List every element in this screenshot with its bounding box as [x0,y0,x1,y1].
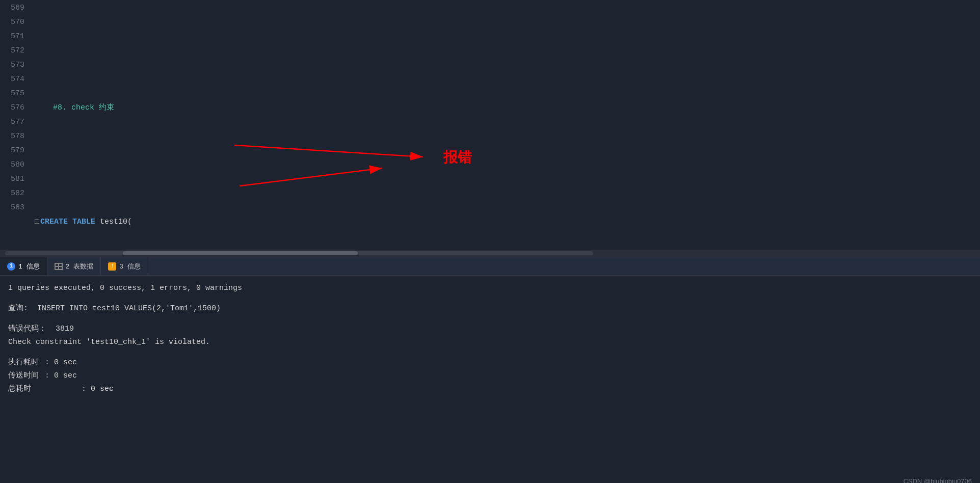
output-line3: 查询: INSERT INTO test10 VALUES(2,'Tom1',1… [8,302,972,315]
code-content[interactable]: #8. check 约束 □CREATE TABLE test10( id IN… [31,0,980,250]
tab-2-label: 2 表数据 [66,262,94,271]
collapse-icon: □ [35,215,39,229]
output-content: 1 queries executed, 0 success, 1 errors,… [0,276,980,402]
horizontal-scrollbar[interactable] [0,250,980,257]
tab-1-info[interactable]: i 1 信息 [0,257,47,275]
output-line6: Check constraint 'test10_chk_1' is viola… [8,336,972,349]
baocuo-label: 报错 [443,148,472,167]
scrollbar-thumb[interactable] [123,251,358,255]
tab-3-info[interactable]: ! 3 信息 [101,257,148,275]
output-line8: 执行耗时 : 0 sec [8,356,972,369]
line-numbers: 569 570 571 572 573 574 575 576 577 578 … [0,0,31,250]
output-line10: 总耗时 : 0 sec [8,383,972,396]
code-line-571 [35,158,980,172]
tab-3-label: 3 信息 [119,262,141,271]
code-line-572: □CREATE TABLE test10( [35,215,980,229]
code-line-570: #8. check 约束 [35,101,980,115]
output-blank3 [8,349,972,356]
tab-table-icon [55,263,63,270]
code-line-569 [35,44,980,58]
output-line1: 1 queries executed, 0 success, 1 errors,… [8,282,972,295]
output-line5: 错误代码： 3819 [8,323,972,336]
tabs-bar: i 1 信息 2 表数据 ! 3 信息 [0,257,980,276]
editor-area: 569 570 571 572 573 574 575 576 577 578 … [0,0,980,250]
output-blank2 [8,315,972,323]
output-line9: 传送时间 : 0 sec [8,369,972,383]
tab-2-tabledata[interactable]: 2 表数据 [47,257,101,275]
tab-warn-icon: ! [108,262,116,271]
tab-1-label: 1 信息 [18,262,40,271]
watermark: CSDN @biubiubiu0706 [903,477,972,483]
tab-info-icon: i [7,262,15,271]
scrollbar-track[interactable] [5,251,593,255]
bottom-panel: i 1 信息 2 表数据 ! 3 信息 1 queries executed, … [0,257,980,483]
output-blank1 [8,295,972,302]
